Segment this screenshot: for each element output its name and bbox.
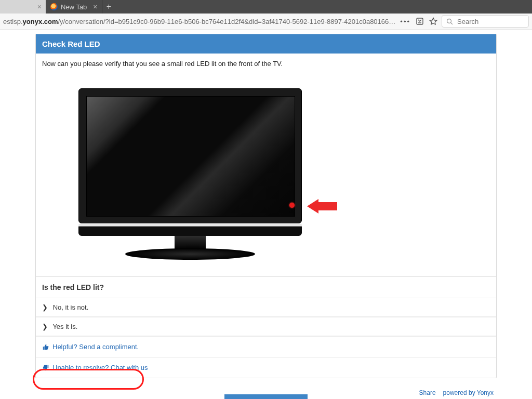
illustration (42, 68, 490, 270)
more-icon[interactable]: ••• (400, 18, 410, 25)
panel-title: Check Red LED (36, 34, 496, 54)
feedback-helpful-row: Helpful? Send a compliment. (36, 336, 496, 357)
helpful-text: Helpful? Send a compliment. (52, 343, 139, 351)
browser-tabstrip: × New Tab × + (0, 0, 532, 14)
browser-tab-active[interactable]: × (0, 0, 46, 14)
option-label: No, it is not. (53, 303, 89, 311)
red-led-icon (289, 203, 295, 208)
search-icon (446, 18, 453, 25)
unable-text: Unable to resolve? Chat with us (52, 364, 148, 371)
option-label: Yes it is. (52, 323, 77, 330)
browser-tab-newtab[interactable]: New Tab × (46, 0, 102, 14)
bookmark-star-icon[interactable] (429, 17, 437, 25)
close-icon[interactable]: × (37, 3, 42, 11)
chevron-right-icon: ❯ (42, 303, 48, 311)
url-bar[interactable]: estisp.yonyx.com/y/conversation/?id=b951… (3, 18, 396, 25)
chevron-right-icon: ❯ (42, 323, 48, 330)
url-path: /y/conversation/?id=b951c9c0-96b9-11e6-b… (58, 18, 396, 25)
tab-label: New Tab (61, 3, 87, 11)
powered-by-link[interactable]: powered by Yonyx (443, 389, 494, 396)
page-content: Check Red LED Now can you please verify … (0, 30, 532, 399)
firefox-icon (50, 3, 58, 10)
answer-option-yes[interactable]: ❯ Yes it is. (36, 317, 496, 336)
guide-panel: Check Red LED Now can you please verify … (35, 34, 497, 378)
svg-point-1 (447, 19, 451, 23)
question-prompt: Is the red LED lit? (36, 277, 496, 298)
arrow-left-icon (307, 199, 337, 214)
url-host: yonyx.com (23, 18, 58, 25)
footer-links: Share powered by Yonyx (419, 389, 494, 396)
tv-graphic (78, 88, 302, 260)
thumbs-up-icon (42, 343, 49, 351)
helpful-link[interactable]: Helpful? Send a compliment. (42, 343, 490, 351)
answer-option-no[interactable]: ❯ No, it is not. (36, 298, 496, 317)
partial-button[interactable] (224, 394, 308, 399)
browser-toolbar: estisp.yonyx.com/y/conversation/?id=b951… (0, 14, 532, 30)
url-prefix: estisp. (3, 18, 23, 25)
close-icon[interactable]: × (93, 3, 97, 11)
share-link[interactable]: Share (419, 389, 436, 396)
search-input[interactable] (456, 17, 521, 26)
search-box[interactable] (442, 15, 529, 28)
feedback-unable-row: Unable to resolve? Chat with us (36, 357, 496, 378)
toolbar-actions: ••• (400, 17, 437, 25)
unable-link[interactable]: Unable to resolve? Chat with us (42, 364, 490, 371)
svg-line-2 (451, 22, 453, 24)
thumbs-down-icon (42, 364, 49, 371)
reader-icon[interactable] (416, 17, 424, 25)
instruction-text: Now can you please verify that you see a… (42, 60, 490, 68)
new-tab-button[interactable]: + (102, 0, 116, 14)
panel-body: Now can you please verify that you see a… (36, 54, 496, 276)
